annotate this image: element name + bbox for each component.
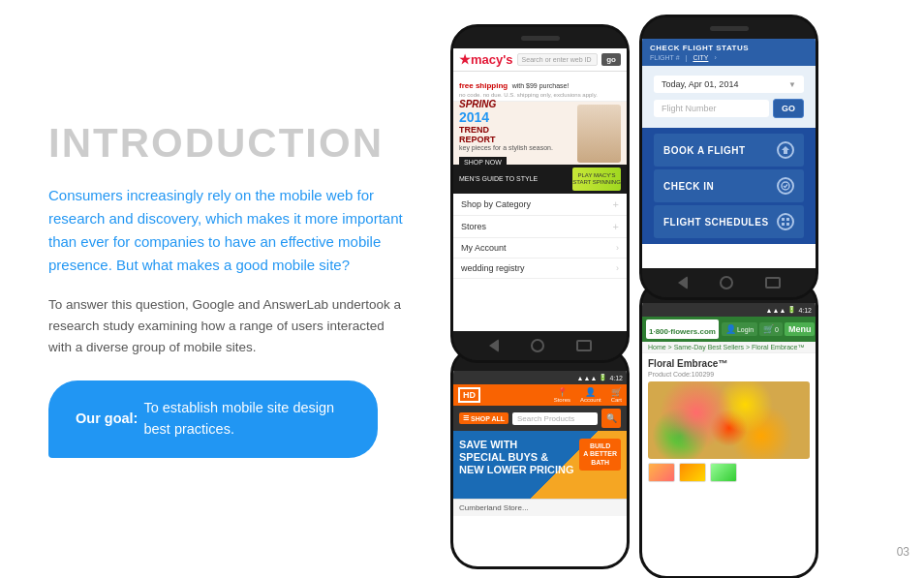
grid-icon [777, 213, 794, 230]
recent-button[interactable] [576, 340, 592, 351]
intro-body-blue: Consumers increasingly rely on the mobil… [48, 184, 407, 277]
page-number: 03 [897, 545, 909, 559]
macys-nav-registry[interactable]: wedding registry › [453, 259, 627, 279]
spring-model-image [577, 105, 621, 163]
book-flight-button[interactable]: BOOK A FLIGHT [654, 134, 804, 167]
hd-banner-text: SAVE WITH SPECIAL BUYS & NEW LOWER PRICI… [459, 439, 579, 477]
check-flight-text: CHECK FLIGHT STATUS [650, 44, 749, 52]
nav-label: Stores [461, 222, 486, 231]
flowers-cart-button[interactable]: 🛒 0 [759, 322, 783, 336]
hd-badge: BUILD A BETTER BATH [579, 439, 621, 471]
macys-shipping-banner: free shipping with $99 purchase! no code… [453, 72, 627, 102]
svg-rect-4 [786, 223, 789, 226]
date-value: Today, Apr 01, 2014 [662, 79, 738, 89]
time-display: 4:12 [609, 375, 623, 381]
wifi-icon: ▲▲▲ [766, 307, 786, 314]
battery-icon: 🔋 [599, 374, 607, 381]
trend-label: TREND [459, 125, 577, 135]
phones-container: ★macy's Search or enter web ID go free s… [446, 10, 924, 568]
phone-flowers: ▲▲▲ 🔋 4:12 1·800·flowers.com 👤 Login [639, 279, 818, 578]
banner-line2: SPECIAL BUYS & [459, 451, 579, 464]
chevron-icon: › [714, 54, 716, 61]
account-icon: 👤 [585, 387, 596, 397]
hd-cart-icon[interactable]: 🛒 Cart [611, 387, 622, 403]
flowers-thumb-2[interactable] [679, 463, 706, 482]
year-label: 2014 [459, 109, 577, 125]
mens-guide-text: MEN'S GUIDE TO STYLE [459, 174, 538, 183]
macys-style-banner: MEN'S GUIDE TO STYLE PLAY MACY'S START S… [453, 165, 627, 194]
cart-count: 0 [775, 326, 779, 333]
flowers-nav-buttons: 👤 Login 🛒 0 Menu [722, 322, 816, 336]
hd-account-icon[interactable]: 👤 Account [580, 387, 601, 403]
flowers-logo-text: 1·800·flowers.com [649, 327, 716, 336]
play-macys-text: PLAY MACY'S START SPINNING [572, 172, 621, 185]
macys-nav-shop-category[interactable]: Shop by Category + [453, 194, 627, 216]
svg-rect-3 [782, 223, 785, 226]
flowers-menu-button[interactable]: Menu [785, 322, 816, 336]
flight-go-button[interactable]: GO [773, 99, 804, 118]
back-button[interactable] [678, 276, 688, 289]
flight-num-label[interactable]: FLIGHT # [650, 54, 680, 61]
flowers-login-button[interactable]: 👤 Login [722, 322, 757, 336]
hd-search-button[interactable]: 🔍 [601, 409, 621, 428]
recent-button[interactable] [765, 277, 781, 289]
hd-banner: SAVE WITH SPECIAL BUYS & NEW LOWER PRICI… [453, 431, 627, 499]
time-display: 4:12 [798, 307, 812, 314]
goal-label: Our goal: [76, 409, 138, 430]
account-label: Account [580, 397, 601, 403]
page-title: INTRODUCTION [48, 120, 407, 167]
city-label[interactable]: CITY [693, 54, 708, 61]
hd-stores-icon[interactable]: 📍 Stores [554, 387, 570, 403]
phone-flight: CHECK FLIGHT STATUS FLIGHT # | CITY › To… [639, 15, 818, 300]
shop-now-button[interactable]: SHOP NOW [459, 157, 507, 167]
macys-spring-banner: SPRING 2014 TREND REPORT key pieces for … [453, 102, 627, 165]
flight-header: CHECK FLIGHT STATUS FLIGHT # | CITY › [642, 39, 816, 66]
flowers-nav: 1·800·flowers.com 👤 Login 🛒 0 Menu [642, 317, 816, 342]
cart-label: Cart [611, 397, 622, 403]
phone-bottom-bar-macys [453, 331, 627, 360]
hd-search-input[interactable]: Search Products [512, 412, 598, 425]
check-in-button[interactable]: CHECK IN [654, 169, 804, 202]
flight-schedules-label: FLIGHT SCHEDULES [663, 217, 769, 228]
flowers-product-title: Floral Embrace™ [642, 353, 816, 371]
flowers-product-image [648, 381, 810, 459]
macys-header: ★macy's Search or enter web ID go [453, 48, 627, 72]
flight-number-input[interactable]: Flight Number [654, 100, 769, 117]
home-button[interactable] [531, 339, 544, 352]
back-button[interactable] [489, 339, 499, 352]
macys-nav-stores[interactable]: Stores + [453, 216, 627, 238]
flight-schedules-button[interactable]: FLIGHT SCHEDULES [654, 205, 804, 238]
phone-bottom-bar-flight [642, 268, 816, 297]
right-panel: ★macy's Search or enter web ID go free s… [446, 0, 924, 578]
shop-all-button[interactable]: ☰ SHOP ALL [459, 412, 508, 424]
phone-speaker [521, 36, 560, 41]
macys-nav-account[interactable]: My Account › [453, 238, 627, 259]
flowers-thumb-3[interactable] [710, 463, 737, 482]
plus-icon: + [613, 198, 619, 210]
separator: | [686, 54, 688, 61]
check-in-label: CHECK IN [663, 181, 714, 192]
battery-icon: 🔋 [787, 306, 796, 314]
plane-icon [777, 141, 794, 159]
cumberland-text: Cumberland Store... [459, 503, 529, 512]
search-placeholder: Search Products [517, 414, 574, 423]
banner-line3: NEW LOWER PRICING [459, 464, 579, 476]
menu-icon: ☰ [463, 414, 469, 422]
hd-shop-bar: ☰ SHOP ALL Search Products 🔍 [453, 406, 627, 431]
macys-screen: ★macy's Search or enter web ID go free s… [453, 48, 627, 331]
flowers-thumb-1[interactable] [648, 463, 675, 482]
wifi-icon: ▲▲▲ [577, 375, 598, 381]
badge-line1: BUILD [583, 442, 617, 450]
phone-speaker [710, 26, 749, 31]
login-label: Login [737, 326, 754, 333]
flowers-status-bar: ▲▲▲ 🔋 4:12 [642, 303, 816, 317]
macys-logo: ★macy's [459, 52, 513, 67]
spring-label: SPRING [459, 99, 577, 109]
hd-status-bar: ▲▲▲ 🔋 4:12 [453, 371, 627, 384]
macys-go-button[interactable]: go [601, 53, 621, 66]
left-panel: INTRODUCTION Consumers increasingly rely… [0, 0, 446, 578]
flowers-screen: ▲▲▲ 🔋 4:12 1·800·flowers.com 👤 Login [642, 303, 816, 576]
date-select[interactable]: Today, Apr 01, 2014 ▼ [654, 76, 804, 93]
macys-search[interactable]: Search or enter web ID [517, 53, 599, 66]
home-button[interactable] [720, 276, 733, 289]
